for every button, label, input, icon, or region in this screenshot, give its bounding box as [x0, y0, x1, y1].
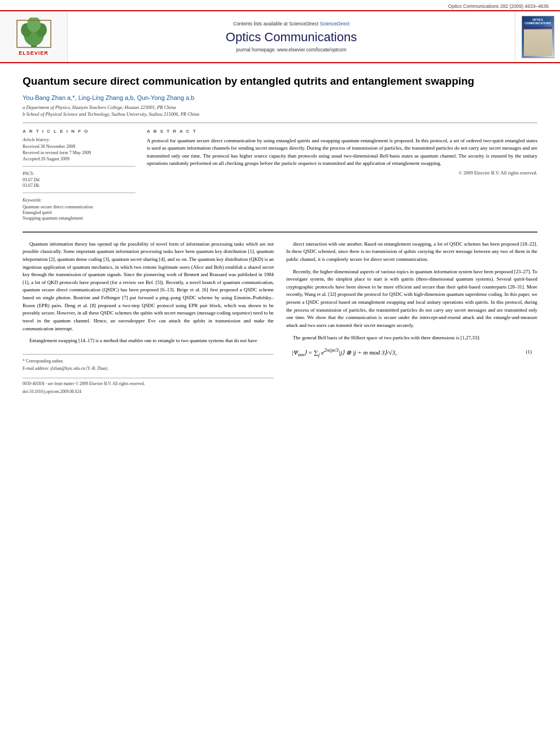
keyword-2: Entangled qutrit	[23, 210, 135, 215]
pacs-label: PACS:	[23, 171, 135, 176]
elsevier-tree-icon	[14, 18, 54, 49]
citation-text: Optics Communications 282 (2009) 4633–46…	[448, 3, 549, 9]
info-divider-1	[23, 166, 135, 167]
main-content: Quantum secure direct communication by e…	[0, 63, 560, 407]
footnote-email-text: E-mail address: ylzhan@hytc.edu.cn (Y.-B…	[23, 366, 108, 371]
abstract-column: A B S T R A C T A protocol for quantum s…	[147, 129, 537, 221]
body-right-column: direct interaction with one another. Bas…	[286, 241, 537, 396]
keywords-label: Keywords:	[23, 198, 135, 203]
journal-citation: Optics Communications 282 (2009) 4633–46…	[0, 0, 560, 10]
pacs-item-2: 03.67.Hk	[23, 183, 135, 188]
footnote-email: E-mail address: ylzhan@hytc.edu.cn (Y.-B…	[23, 365, 274, 372]
pacs-item-1: 03.67.Dd	[23, 177, 135, 182]
affiliation-a: a Department of Physics, Huaiyin Teacher…	[23, 104, 537, 110]
equation-1-text: |Ψmn⟩ = ∑j e2πijn/3|j⟩ ⊗ |j + m mod 3⟩/√…	[292, 346, 397, 359]
body-right-para-2: Recently, the higher-dimensional aspects…	[286, 268, 537, 330]
footer-doi: doi:10.1016/j.optcom.2009.08.024	[23, 388, 274, 395]
info-divider-2	[23, 193, 135, 193]
cover-title-line2: COMMUNICATIONS	[524, 21, 551, 25]
journal-center: Contents lists available at ScienceDirec…	[68, 11, 515, 62]
journal-title: Optics Communications	[226, 30, 357, 45]
article-info-abstract-columns: A R T I C L E I N F O Article history: R…	[23, 129, 537, 221]
history-label: Article history:	[23, 137, 135, 142]
article-info-section-label: A R T I C L E I N F O	[23, 129, 135, 134]
sciencedirect-line: Contents lists available at ScienceDirec…	[233, 21, 349, 27]
journal-homepage: journal homepage: www.elsevier.com/locat…	[236, 47, 347, 53]
body-left-column: Quantum information theory has opened up…	[23, 241, 274, 396]
journal-cover-area: OPTICS COMMUNICATIONS	[515, 11, 560, 62]
sciencedirect-link[interactable]: ScienceDirect	[320, 21, 349, 27]
elsevier-logo-area: ELSEVIER	[0, 11, 68, 62]
equation-1-area: |Ψmn⟩ = ∑j e2πijn/3|j⟩ ⊗ |j + m mod 3⟩/√…	[286, 346, 537, 359]
received-date: Received 30 November 2008	[23, 144, 135, 149]
body-right-para-1: direct interaction with one another. Bas…	[286, 241, 537, 264]
footnote-star-text: * Corresponding author.	[23, 359, 64, 364]
affiliation-b: b School of Physical Science and Technol…	[23, 111, 537, 117]
elsevier-label: ELSEVIER	[19, 50, 49, 56]
article-info-column: A R T I C L E I N F O Article history: R…	[23, 129, 135, 221]
abstract-copyright: © 2009 Elsevier B.V. All rights reserved…	[147, 170, 537, 176]
keyword-3: Swapping quantum entanglement	[23, 216, 135, 221]
footer-area: 0030-4018/$ - see front matter © 2009 El…	[23, 378, 274, 395]
journal-header: ELSEVIER Contents lists available at Sci…	[0, 10, 560, 63]
abstract-section-label: A B S T R A C T	[147, 129, 537, 134]
footer-issn: 0030-4018/$ - see front matter © 2009 El…	[23, 381, 274, 387]
body-para-2: Entanglement swapping [14–17] is a metho…	[23, 337, 274, 345]
footnote-corresponding: * Corresponding author.	[23, 358, 274, 365]
footnote-area: * Corresponding author. E-mail address: …	[23, 354, 274, 395]
body-para-1: Quantum information theory has opened up…	[23, 241, 274, 333]
sciencedirect-text: Contents lists available at ScienceDirec…	[233, 21, 318, 27]
revised-date: Received in revised form 7 May 2009	[23, 150, 135, 155]
body-right-para-3: The general Bell basis of the Hilbert sp…	[286, 334, 537, 342]
header-divider	[23, 123, 537, 123]
equation-1-number: (1)	[526, 348, 532, 356]
accepted-date: Accepted 20 August 2009	[23, 156, 135, 161]
authors: You-Bang Zhan a,*, Ling-Ling Zhang a,b, …	[23, 94, 537, 101]
body-divider	[23, 231, 537, 233]
body-columns: Quantum information theory has opened up…	[23, 241, 537, 396]
article-title: Quantum secure direct communication by e…	[23, 75, 537, 89]
journal-cover-image: OPTICS COMMUNICATIONS	[522, 16, 554, 58]
keyword-1: Quantum secure direct communication	[23, 204, 135, 209]
cover-title: OPTICS COMMUNICATIONS	[524, 18, 551, 25]
abstract-text: A protocol for quantum secure direct com…	[147, 137, 537, 168]
